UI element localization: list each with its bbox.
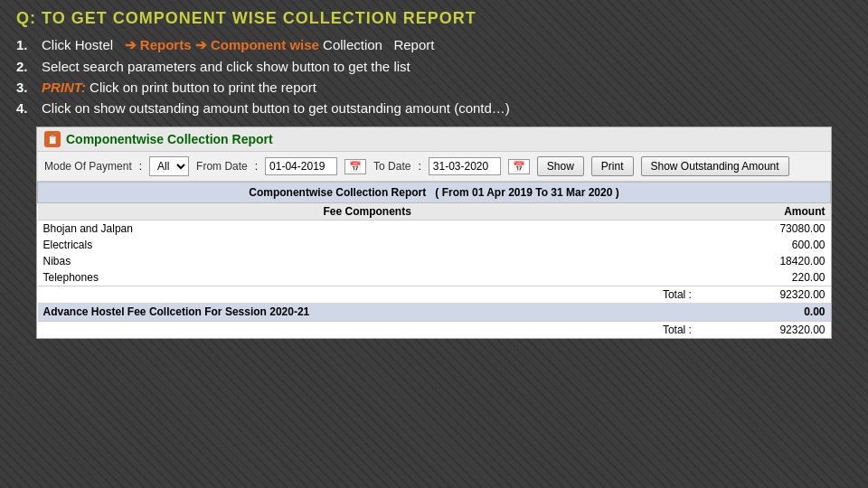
to-label: To Date: [373, 160, 410, 173]
advance-row: Advance Hostel Fee Collcetion For Sessio…: [38, 303, 831, 322]
total-row: Total : 92320.00: [38, 286, 831, 304]
advance-value: 0.00: [697, 303, 831, 322]
to-colon: :: [418, 160, 420, 173]
fee-cell: Electricals: [38, 237, 697, 253]
window-titlebar: 📋 Componentwise Collection Report: [37, 127, 831, 152]
step-1-component: Component wise: [211, 37, 319, 52]
report-header: Componentwise Collection Report ( From 0…: [38, 183, 831, 203]
table-row: Nibas 18420.00: [38, 253, 831, 269]
step-3: 3. PRINT: Click on print button to print…: [16, 80, 852, 95]
mode-label: Mode Of Payment: [44, 160, 132, 173]
grand-total-value: 92320.00: [697, 322, 831, 339]
step-1-collection: Collection Report: [323, 37, 434, 52]
report-window: 📋 Componentwise Collection Report Mode O…: [36, 127, 832, 339]
amount-cell: 18420.00: [697, 253, 831, 269]
amount-cell: 220.00: [697, 269, 831, 286]
print-label: PRINT:: [42, 80, 86, 95]
report-header-title: Componentwise Collection Report: [249, 186, 426, 199]
step-2-num: 2.: [16, 59, 36, 74]
step-1-num: 1.: [16, 37, 36, 52]
step-3-text: PRINT: Click on print button to print th…: [42, 80, 316, 95]
table-row: Electricals 600.00: [38, 237, 831, 253]
fee-cell: Bhojan and Jalpan: [38, 221, 697, 238]
step-2-text: Select search parameters and click show …: [42, 59, 410, 74]
col-header-row: Fee Components Amount: [38, 203, 831, 221]
window-icon: 📋: [44, 131, 61, 147]
step-3-body: Click on print button to print the repor…: [90, 80, 316, 95]
advance-label: Advance Hostel Fee Collcetion For Sessio…: [38, 303, 697, 322]
from-date-input[interactable]: [265, 157, 337, 175]
question-title: Q: TO GET COMPONENT WISE COLLECTION REPO…: [16, 9, 852, 28]
from-label: From Date: [196, 160, 248, 173]
col-fee-header: Fee Components: [38, 203, 697, 221]
toolbar: Mode Of Payment : All From Date : 📅 To D…: [37, 152, 831, 182]
mode-select[interactable]: All: [149, 156, 189, 176]
arrow-2: ➔: [195, 37, 207, 52]
step-4-text: Click on show outstanding amount button …: [42, 100, 510, 116]
amount-cell: 73080.00: [697, 221, 831, 238]
report-table: Componentwise Collection Report ( From 0…: [37, 182, 831, 338]
outstanding-button[interactable]: Show Outstanding Amount: [641, 156, 789, 176]
fee-cell: Nibas: [38, 253, 697, 269]
step-1-reports: Reports: [140, 37, 192, 52]
show-button[interactable]: Show: [537, 156, 584, 176]
step-4: 4. Click on show outstanding amount butt…: [16, 100, 852, 116]
fee-cell: Telephones: [38, 269, 697, 286]
grand-total-row: Total : 92320.00: [38, 322, 831, 339]
to-date-input[interactable]: [429, 157, 501, 175]
total-value: 92320.00: [697, 286, 831, 304]
from-date-calendar-btn[interactable]: 📅: [344, 159, 366, 174]
table-row: Bhojan and Jalpan 73080.00: [38, 221, 831, 238]
total-label: Total :: [38, 286, 697, 304]
mode-colon: :: [139, 160, 142, 173]
to-date-calendar-btn[interactable]: 📅: [508, 159, 530, 174]
step-2: 2. Select search parameters and click sh…: [16, 59, 852, 74]
grand-total-label: Total :: [38, 322, 697, 339]
amount-cell: 600.00: [697, 237, 831, 253]
from-colon: :: [255, 160, 258, 173]
table-row: Telephones 220.00: [38, 269, 831, 286]
table-header-row: Componentwise Collection Report ( From 0…: [38, 183, 831, 203]
step-4-num: 4.: [16, 100, 36, 116]
step-1-text: Click Hostel ➔ Reports ➔ Component wise …: [42, 37, 434, 53]
print-button[interactable]: Print: [591, 156, 634, 176]
arrow-1: ➔: [125, 37, 137, 52]
step-3-num: 3.: [16, 80, 36, 95]
step-1: 1. Click Hostel ➔ Reports ➔ Component wi…: [16, 37, 852, 53]
window-title: Componentwise Collection Report: [66, 132, 273, 146]
col-amount-header: Amount: [697, 203, 831, 221]
report-date-range: ( From 01 Apr 2019 To 31 Mar 2020 ): [435, 186, 618, 199]
